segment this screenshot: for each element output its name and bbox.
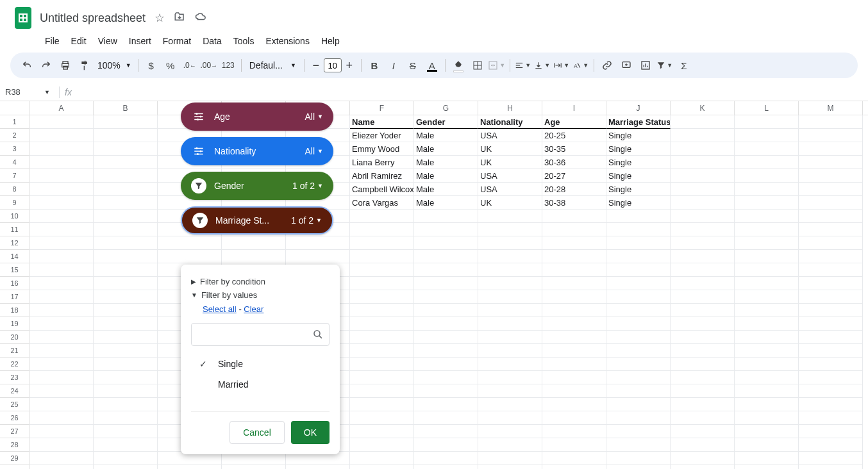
cell[interactable] [350, 277, 414, 290]
col-header[interactable]: L [735, 101, 799, 115]
borders-button[interactable] [469, 56, 487, 74]
cell[interactable] [606, 465, 671, 469]
cell[interactable] [94, 277, 158, 290]
cell[interactable] [29, 452, 94, 465]
cell[interactable] [735, 142, 799, 156]
fontsize-decrease[interactable]: − [308, 59, 324, 72]
cell[interactable] [222, 465, 286, 469]
cell[interactable] [478, 263, 542, 277]
cell[interactable] [671, 236, 735, 250]
cell[interactable] [478, 438, 542, 452]
cell[interactable] [799, 156, 863, 169]
cell[interactable] [350, 398, 414, 411]
cell[interactable]: Male [414, 196, 478, 210]
cell[interactable] [671, 398, 735, 411]
cell[interactable] [29, 115, 94, 129]
row-header[interactable]: 19 [0, 317, 29, 331]
bold-button[interactable]: B [365, 56, 383, 74]
cell[interactable]: Male [414, 156, 478, 169]
cell[interactable] [671, 411, 735, 425]
cell[interactable] [414, 398, 478, 411]
cell[interactable] [606, 344, 671, 358]
cell[interactable] [29, 438, 94, 452]
cell[interactable] [29, 156, 94, 169]
cell[interactable] [671, 331, 735, 344]
filter-item-married[interactable]: Married [191, 374, 330, 395]
row-header[interactable]: 26 [0, 411, 29, 425]
cell[interactable] [735, 263, 799, 277]
cell[interactable] [94, 398, 158, 411]
cell[interactable] [542, 317, 606, 331]
cell[interactable] [94, 411, 158, 425]
cell[interactable] [414, 465, 478, 469]
cell[interactable] [94, 317, 158, 331]
cell[interactable] [799, 358, 863, 371]
col-header[interactable]: F [350, 101, 414, 115]
undo-button[interactable] [18, 56, 36, 74]
select-all-link[interactable]: Select all [203, 304, 237, 314]
col-header[interactable]: A [29, 101, 94, 115]
cell[interactable] [542, 358, 606, 371]
cell[interactable] [799, 236, 863, 250]
cell[interactable] [606, 411, 671, 425]
cell[interactable] [606, 223, 671, 236]
cell[interactable]: UK [478, 142, 542, 156]
cell[interactable]: Male [414, 169, 478, 183]
cell[interactable] [606, 210, 671, 223]
cell[interactable] [735, 183, 799, 196]
row-header[interactable]: 16 [0, 277, 29, 290]
cell[interactable] [735, 156, 799, 169]
slicer-marriage-status[interactable]: Marriage St... 1 of 2▼ [181, 206, 333, 234]
cell[interactable]: USA [478, 169, 542, 183]
wrap-button[interactable]: ▼ [553, 56, 571, 74]
cell[interactable] [350, 384, 414, 398]
cell[interactable] [735, 196, 799, 210]
cell[interactable] [735, 331, 799, 344]
cell[interactable] [671, 129, 735, 142]
menu-insert[interactable]: Insert [124, 33, 156, 49]
cell[interactable] [735, 344, 799, 358]
rotate-button[interactable]: A▼ [572, 56, 590, 74]
cell[interactable] [414, 438, 478, 452]
cell[interactable] [350, 210, 414, 223]
cell[interactable] [671, 452, 735, 465]
cell[interactable] [542, 304, 606, 317]
cell[interactable] [542, 438, 606, 452]
cell[interactable] [94, 465, 158, 469]
cell[interactable] [735, 358, 799, 371]
cell[interactable] [94, 344, 158, 358]
cell[interactable] [542, 344, 606, 358]
cell[interactable] [29, 384, 94, 398]
cell[interactable] [606, 236, 671, 250]
cell[interactable] [542, 290, 606, 304]
cell[interactable] [29, 210, 94, 223]
cell[interactable] [799, 183, 863, 196]
cell[interactable] [29, 425, 94, 438]
percent-button[interactable]: % [162, 56, 179, 74]
cell[interactable] [29, 290, 94, 304]
cell[interactable] [799, 452, 863, 465]
cell[interactable] [478, 290, 542, 304]
cell[interactable] [478, 384, 542, 398]
cell[interactable] [799, 142, 863, 156]
cell[interactable] [94, 384, 158, 398]
cell[interactable] [94, 263, 158, 277]
move-icon[interactable] [174, 11, 185, 25]
chart-button[interactable] [637, 56, 655, 74]
cell[interactable]: UK [478, 196, 542, 210]
cell[interactable]: 30-35 [542, 142, 606, 156]
cell[interactable] [350, 411, 414, 425]
cell[interactable]: Single [606, 142, 671, 156]
col-header[interactable]: I [542, 101, 606, 115]
cell[interactable]: Abril Ramirez [350, 169, 414, 183]
slicer-nationality[interactable]: Nationality All▼ [181, 137, 333, 165]
menu-help[interactable]: Help [316, 33, 345, 49]
cell[interactable] [606, 398, 671, 411]
cell[interactable] [606, 438, 671, 452]
row-header[interactable]: 14 [0, 250, 29, 263]
cell[interactable] [735, 452, 799, 465]
cell[interactable] [478, 398, 542, 411]
more-formats-button[interactable]: 123 [219, 56, 237, 74]
cell[interactable] [542, 250, 606, 263]
cell[interactable] [542, 263, 606, 277]
